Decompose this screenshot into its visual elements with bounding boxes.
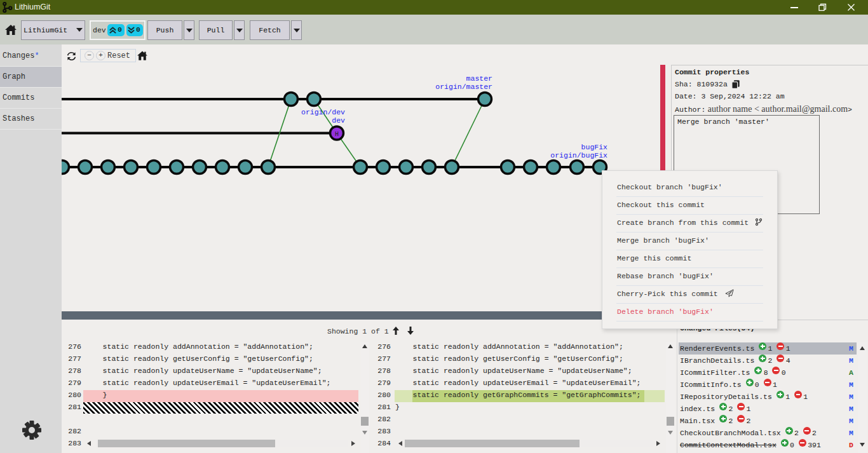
svg-text:bugFix: bugFix [581, 143, 608, 151]
svg-text:origin/dev: origin/dev [301, 108, 345, 116]
svg-text:dev: dev [332, 116, 345, 125]
svg-text:origin/master: origin/master [435, 83, 492, 91]
svg-text:origin/bugFix: origin/bugFix [550, 151, 607, 159]
svg-text:master: master [466, 74, 492, 83]
svg-text:H: H [335, 131, 339, 138]
